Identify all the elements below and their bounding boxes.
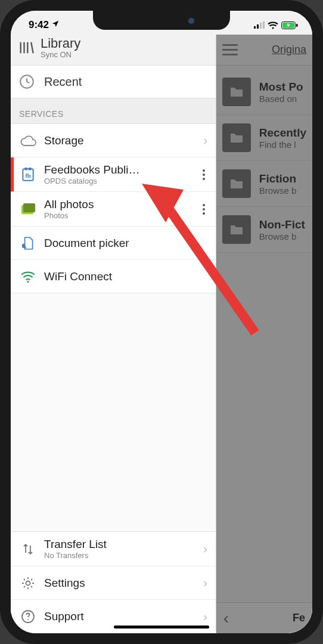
support-label: Support (44, 610, 194, 623)
status-time: 9:42 (29, 19, 49, 31)
svg-point-14 (27, 281, 29, 283)
settings-row[interactable]: Settings › (11, 566, 216, 600)
svg-text:fb: fb (25, 172, 30, 179)
sidebar-spacer (11, 293, 216, 531)
feedbooks-label: Feedbooks Publi… (44, 163, 191, 177)
svg-rect-13 (23, 203, 35, 212)
chevron-right-icon: › (201, 576, 210, 590)
battery-icon (281, 21, 298, 29)
hamburger-menu-icon[interactable] (222, 44, 238, 55)
clock-icon (18, 74, 36, 89)
svg-rect-6 (296, 24, 298, 27)
feedbooks-sub: OPDS catalogs (44, 177, 191, 185)
more-menu-icon[interactable] (198, 204, 210, 215)
wifi-connect-icon (19, 271, 37, 283)
document-cloud-icon (19, 236, 37, 251)
folder-icon (222, 169, 251, 198)
main-header: Origina (216, 35, 312, 66)
photos-folder-icon (19, 203, 37, 216)
recent-row[interactable]: Recent (11, 65, 216, 98)
gear-icon (19, 576, 37, 590)
chevron-right-icon: › (201, 542, 210, 556)
home-indicator[interactable] (114, 626, 209, 628)
transfer-label: Transfer List (44, 538, 194, 551)
svg-rect-3 (263, 21, 265, 29)
svg-rect-9 (25, 168, 27, 170)
help-icon (19, 609, 37, 624)
main-content-pane: Origina Most PoBased on RecentlyFind the… (216, 35, 312, 633)
storage-label: Storage (44, 134, 194, 147)
cat-sub: Find the l (259, 140, 306, 150)
photos-sub: Photos (44, 211, 191, 220)
services-section-header: SERVICES (11, 98, 216, 123)
cat-sub: Browse b (259, 231, 305, 242)
wifi-label: WiFi Connect (44, 270, 210, 283)
svg-point-15 (26, 581, 30, 585)
svg-rect-10 (29, 168, 31, 170)
wifi-icon (268, 21, 278, 29)
location-icon (51, 19, 60, 31)
cat-sub: Browse b (259, 185, 297, 196)
transfer-icon (19, 542, 37, 556)
svg-rect-2 (260, 23, 262, 29)
header-link[interactable]: Origina (272, 44, 306, 56)
main-footer: ‹ Fe (216, 602, 312, 633)
svg-rect-1 (257, 24, 259, 29)
service-wifi-connect[interactable]: WiFi Connect (11, 260, 216, 293)
docpicker-label: Document picker (44, 237, 210, 250)
feedbooks-icon: fb (19, 167, 37, 182)
notch (93, 11, 230, 30)
cat-sub: Based on (259, 94, 303, 104)
library-header[interactable]: Library Sync ON (11, 35, 216, 65)
settings-label: Settings (44, 577, 194, 590)
category-item[interactable]: FictionBrowse b (216, 161, 312, 207)
cat-title: Non-Fict (259, 218, 305, 231)
screen: 9:42 Library (11, 11, 312, 633)
cellular-signal-icon (254, 21, 265, 29)
back-button[interactable]: ‹ (223, 609, 229, 628)
library-title: Library (41, 37, 80, 50)
cat-title: Most Po (259, 80, 303, 94)
category-list: Most PoBased on RecentlyFind the l Ficti… (216, 66, 312, 253)
service-storage[interactable]: Storage › (11, 124, 216, 157)
service-photos[interactable]: All photos Photos (11, 192, 216, 227)
phone-frame: 9:42 Library (0, 0, 323, 644)
category-item[interactable]: Non-FictBrowse b (216, 207, 312, 253)
folder-icon (222, 215, 251, 244)
highlight-marker (11, 157, 14, 191)
more-menu-icon[interactable] (198, 169, 210, 180)
transfer-list-row[interactable]: Transfer List No Transfers › (11, 531, 216, 566)
svg-rect-0 (254, 26, 256, 29)
cat-title: Fiction (259, 172, 297, 185)
library-sync-status: Sync ON (41, 50, 80, 59)
category-item[interactable]: RecentlyFind the l (216, 115, 312, 161)
app-logo-icon (18, 39, 35, 58)
service-document-picker[interactable]: Document picker (11, 227, 216, 260)
service-feedbooks[interactable]: fb Feedbooks Publi… OPDS catalogs (11, 157, 216, 192)
photos-label: All photos (44, 198, 191, 211)
category-item[interactable]: Most PoBased on (216, 69, 312, 115)
folder-icon (222, 78, 251, 106)
footer-title: Fe (293, 612, 305, 624)
recent-label: Recent (44, 75, 82, 89)
chevron-right-icon: › (201, 134, 210, 147)
folder-icon (222, 123, 251, 152)
services-list: Storage › fb Feedbooks Publi… OPDS catal… (11, 123, 216, 293)
sidebar-bottom: Transfer List No Transfers › Settings › (11, 531, 216, 633)
cloud-icon (19, 135, 37, 147)
svg-point-17 (27, 619, 29, 620)
cat-title: Recently (259, 126, 306, 140)
chevron-right-icon: › (201, 610, 210, 624)
sidebar: Library Sync ON Recent SERVICES Storage … (11, 35, 216, 633)
transfer-sub: No Transfers (44, 551, 194, 560)
